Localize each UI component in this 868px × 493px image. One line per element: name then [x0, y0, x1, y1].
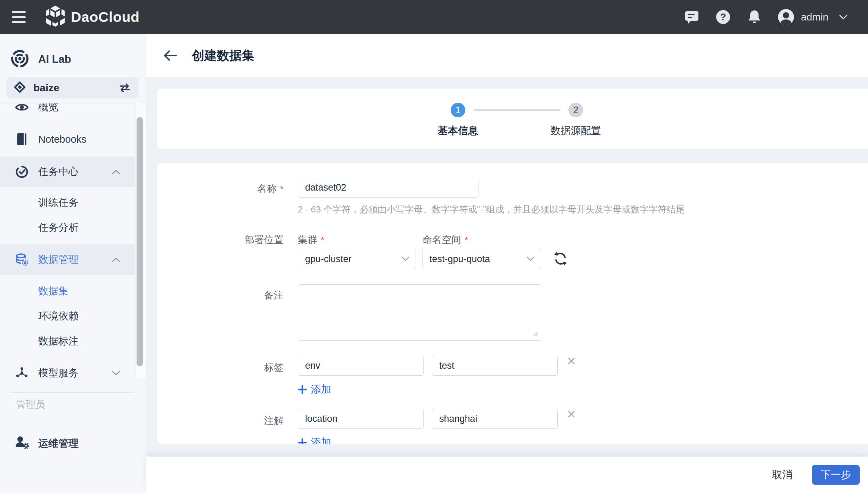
required-asterisk: * — [321, 235, 324, 245]
sidebar-item-label: 数据标注 — [38, 334, 79, 348]
sidebar-item-env-dependencies[interactable]: 环境依赖 — [0, 304, 135, 329]
label-key-input[interactable] — [298, 356, 424, 376]
switch-workspace-icon[interactable] — [119, 83, 131, 93]
step-1-label: 基本信息 — [423, 124, 493, 138]
data-management-icon — [15, 253, 28, 267]
remove-label-icon[interactable]: ✕ — [566, 357, 576, 367]
main-area: 创建数据集 1 2 基本信息 数据源配置 名称* 2 - 63 个字符，必须由小… — [146, 34, 868, 493]
app-window: DaoCloud ? admin — [0, 0, 868, 493]
sidebar: AI Lab baize 概览 — [0, 34, 146, 493]
chevron-up-icon — [112, 169, 121, 175]
notebook-icon — [15, 133, 28, 145]
sidebar-item-data-annotation[interactable]: 数据标注 — [0, 329, 135, 354]
stepper-card: 1 2 基本信息 数据源配置 — [157, 89, 868, 149]
sidebar-group-task-center[interactable]: 任务中心 — [0, 157, 135, 187]
sidebar-item-label: 环境依赖 — [38, 309, 79, 323]
remark-textarea[interactable] — [298, 284, 541, 341]
sidebar-group-model-service[interactable]: 模型服务 — [0, 361, 135, 378]
name-input[interactable] — [298, 178, 478, 198]
add-annotation-link[interactable]: 添加 — [298, 436, 331, 444]
messages-icon[interactable] — [684, 9, 699, 25]
sidebar-item-ops-management[interactable]: 运维管理 — [0, 431, 136, 457]
sidebar-item-label: Notebooks — [38, 134, 87, 145]
brand-name: DaoCloud — [71, 9, 140, 25]
refresh-icon[interactable] — [553, 251, 568, 266]
page-title: 创建数据集 — [192, 47, 254, 64]
workspace-name: baize — [33, 82, 59, 94]
cluster-label: 集群* — [298, 233, 324, 246]
admin-section-label: 管理员 — [16, 398, 45, 411]
chevron-up-icon — [112, 257, 121, 262]
annotations-label: 注解 — [157, 414, 284, 427]
sidebar-item-label: 任务中心 — [38, 165, 79, 179]
back-arrow-icon[interactable] — [163, 49, 177, 62]
cancel-button[interactable]: 取消 — [772, 468, 793, 482]
sidebar-item-notebooks[interactable]: Notebooks — [0, 127, 135, 151]
step-1-indicator: 1 — [451, 103, 465, 117]
sidebar-item-datasets[interactable]: 数据集 — [0, 279, 135, 304]
namespace-label: 命名空间* — [422, 233, 468, 246]
deploy-location-label: 部署位置 — [157, 233, 284, 246]
sidebar-item-label: 数据集 — [38, 284, 68, 298]
cluster-select[interactable]: gpu-cluster — [298, 249, 416, 269]
task-center-icon — [15, 165, 28, 179]
sidebar-item-label: 模型服务 — [38, 366, 79, 378]
form-card: 名称* 2 - 63 个字符，必须由小写字母、数字字符或“-”组成，并且必须以字… — [157, 163, 868, 444]
sidebar-item-label: 概览 — [38, 103, 58, 114]
sidebar-divider — [10, 392, 135, 393]
remark-label: 备注 — [157, 289, 284, 302]
help-icon[interactable]: ? — [715, 9, 731, 25]
topbar-right: ? admin — [668, 9, 868, 25]
sidebar-item-training-jobs[interactable]: 训练任务 — [0, 190, 135, 215]
page-titlebar: 创建数据集 — [146, 34, 868, 77]
sidebar-item-job-analysis[interactable]: 任务分析 — [0, 215, 135, 240]
menu-icon[interactable] — [12, 11, 26, 23]
namespace-select[interactable]: test-gpu-quota — [422, 249, 541, 269]
sidebar-item-label: 运维管理 — [38, 437, 79, 451]
baize-workspace-icon — [14, 81, 26, 94]
chevron-down-icon — [402, 257, 409, 261]
avatar[interactable] — [778, 9, 794, 25]
username: admin — [801, 11, 828, 23]
plus-icon — [298, 438, 307, 444]
step-2-label: 数据源配置 — [534, 124, 617, 138]
next-step-button[interactable]: 下一步 — [812, 465, 860, 485]
form-footer: 取消 下一步 — [146, 457, 868, 493]
chevron-down-icon — [112, 370, 121, 376]
model-service-icon — [15, 366, 28, 378]
eye-icon — [15, 103, 28, 112]
user-menu-chevron-down-icon[interactable] — [839, 14, 848, 20]
ai-lab-icon — [10, 49, 29, 69]
name-label: 名称* — [157, 182, 284, 195]
remove-annotation-icon[interactable]: ✕ — [566, 410, 576, 420]
sidebar-item-label: 任务分析 — [38, 221, 79, 235]
daocloud-cube-icon — [45, 6, 65, 28]
chevron-down-icon — [527, 257, 534, 261]
sidebar-item-overview[interactable]: 概览 — [0, 103, 135, 119]
workspace-selector[interactable]: baize — [6, 77, 138, 98]
annotation-key-input[interactable] — [298, 409, 424, 429]
sidebar-item-label: 数据管理 — [38, 253, 79, 267]
plus-icon — [298, 385, 307, 394]
name-help-text: 2 - 63 个字符，必须由小写字母、数字字符或“-”组成，并且必须以字母开头及… — [298, 203, 685, 216]
add-label-link[interactable]: 添加 — [298, 383, 331, 396]
required-asterisk: * — [465, 235, 468, 245]
sidebar-item-label: 训练任务 — [38, 196, 79, 210]
product-name: AI Lab — [38, 53, 71, 66]
brand-logo[interactable]: DaoCloud — [45, 6, 140, 28]
sidebar-nav: 概览 Notebooks 任务中心 训练任务 — [0, 103, 136, 378]
annotation-value-input[interactable] — [432, 409, 558, 429]
sidebar-group-data-management[interactable]: 数据管理 — [0, 244, 135, 275]
labels-label: 标签 — [157, 361, 284, 374]
product-header: AI Lab — [10, 49, 71, 69]
ops-management-icon — [15, 436, 29, 452]
label-value-input[interactable] — [432, 356, 558, 376]
topbar: DaoCloud ? admin — [0, 0, 868, 34]
required-asterisk: * — [280, 184, 284, 194]
step-2-indicator: 2 — [568, 103, 583, 117]
step-connector — [474, 109, 560, 111]
sidebar-scrollbar[interactable] — [137, 117, 143, 366]
notifications-bell-icon[interactable] — [747, 9, 762, 25]
namespace-select-value: test-gpu-quota — [429, 254, 490, 265]
cluster-select-value: gpu-cluster — [305, 254, 352, 265]
